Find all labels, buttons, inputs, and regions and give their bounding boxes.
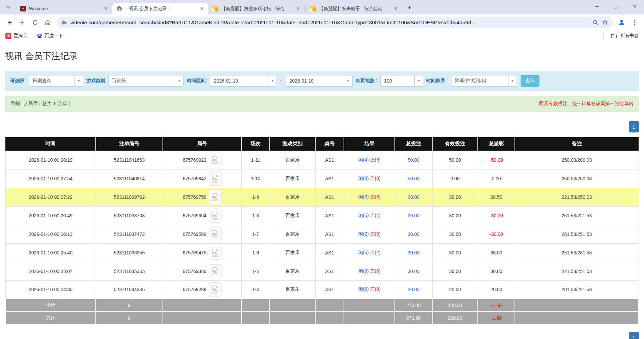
cell-total-bet[interactable]: 30.00 [395,188,432,206]
cell-total-bet[interactable]: 50.00 [395,151,432,169]
video-replay-button[interactable] [209,172,222,186]
bookmark-taobao[interactable]: 淘 爱淘宝 [5,33,27,39]
zoom-icon[interactable] [592,20,598,26]
video-replay-button[interactable] [209,264,222,278]
round-number: 675769842 [183,176,206,181]
page-title: 视讯 会员下注纪录 [5,51,639,61]
address-bar[interactable]: videoie.com/game/betrecord_search/kind3?… [57,17,613,28]
table-row: 2026-01-10 00:27:22523111039762675769758… [5,188,639,206]
cell-note: 281.53/251.53 [515,225,639,243]
cell-total-bet[interactable]: 20.00 [395,280,432,299]
result-banker: 庄(9) [370,157,381,162]
cell-total-bet[interactable]: 30.00 [395,225,432,243]
result-player: 闲(3) [358,194,369,199]
cell-payout: -50.00 [478,151,515,169]
cell-round-id: 675769758 [163,188,241,206]
table-row: 2026-01-10 00:26:49523111038708675769664… [5,206,639,225]
tab-title: Welcome [29,6,100,11]
bookmark-star-icon[interactable] [602,19,608,26]
video-replay-button[interactable] [209,153,222,167]
cell-table-no: AS1 [315,280,344,299]
empty-cell [163,312,241,325]
date-end-select[interactable]: 2026-01-10 ▼ [286,75,353,87]
reload-button[interactable] [29,17,41,29]
round-number: 675769568 [183,232,206,237]
video-replay-button[interactable] [209,246,222,260]
video-replay-button[interactable] [209,227,222,241]
cell-payout: 30.00 [478,262,515,280]
video-replay-button[interactable] [209,209,222,223]
game-category-value: 百家乐 [109,75,175,86]
new-tab-button[interactable]: + [404,2,414,12]
cell-total-bet[interactable]: 30.00 [395,206,432,225]
cell-result: 闲(2)庄(5) [344,225,395,243]
result-player: 闲(5) [358,250,369,255]
cell-bet-id: 523111039762 [96,188,163,206]
query-type-select[interactable]: 日期查询 ▼ [29,75,83,87]
filter-panel: 请选择: 日期查询 ▼ 游戏类别 百家乐 ▼ 时间区间: 2026-01-10 … [5,71,639,91]
video-replay-button[interactable] [209,282,222,297]
cell-session: 1-9 [241,188,270,206]
tab-bet-records[interactable]: :::视讯 会员下注纪录::: ✕ [112,3,208,14]
page-size-select[interactable]: 100 ▼ [380,75,423,87]
page-1-button[interactable]: 1 [629,121,639,132]
game-category-select[interactable]: 百家乐 ▼ [108,75,184,87]
tab-search-button[interactable] [3,2,13,12]
round-number: 675769386 [183,269,206,274]
cell-total-bet[interactable]: 30.00 [395,243,432,262]
tab-close-icon[interactable]: ✕ [199,6,205,12]
cell-game-type: 百家乐 [270,169,315,188]
bookmark-baidu[interactable]: 百度一下 [37,33,63,39]
search-button[interactable]: 查询 [521,75,539,87]
video-replay-button[interactable] [209,190,222,204]
tab-welcome[interactable]: ✦ Welcome ✕ [16,3,112,14]
date-start-value: 2026-01-10 [210,75,268,86]
empty-cell [315,299,344,312]
tab-forum-post[interactable]: 【新提醒】发表帖子 - 综合交流 ✕ [306,3,402,14]
cell-round-id: 675769842 [163,169,241,188]
summary-valid-bet: 220.00 [432,299,478,312]
result-player: 闲(8) [358,176,369,181]
all-bookmarks-label: 所有书签 [620,33,639,39]
column-header: 有效投注 [432,137,478,151]
cell-bet-id: 523111035365 [96,262,163,280]
column-header: 时间 [5,137,96,151]
result-player: 闲(6) [358,286,369,292]
cell-payout: -30.00 [478,206,515,225]
sort-order-label: 时间排序 : [426,78,448,84]
tab-close-icon[interactable]: ✕ [295,6,301,12]
date-start-select[interactable]: 2026-01-10 ▼ [210,75,277,87]
home-button[interactable] [42,17,54,29]
empty-cell [344,312,395,325]
profile-avatar[interactable] [616,17,628,29]
cell-note: 250.03/250.03 [515,169,639,188]
cell-table-no: AS1 [315,262,344,280]
minimize-button[interactable]: ─ [587,0,606,12]
cell-total-bet[interactable]: 50.00 [395,169,432,188]
url-text: videoie.com/game/betrecord_search/kind3?… [70,20,589,26]
round-number: 675769923 [183,157,206,163]
tab-close-icon[interactable]: ✕ [393,6,399,12]
sort-order-select[interactable]: 降幂(由大到小) ▼ [451,75,517,87]
cell-note: 201.53/221.53 [515,280,639,299]
table-row: 2026-01-10 00:25:40523111036355675769475… [5,243,639,262]
menu-button[interactable] [628,17,641,29]
cell-total-bet[interactable]: 30.00 [395,262,432,280]
summary-total-bet: 270.00 [395,299,432,312]
all-bookmarks[interactable]: 所有书签 [603,33,639,39]
cell-session: 1-11 [241,151,270,169]
page-1-button[interactable]: 1 [629,332,639,339]
cell-round-id: 675769386 [163,262,241,280]
maximize-button[interactable]: ▢ [606,0,625,12]
cell-table-no: AS1 [315,188,344,206]
summary-count: 8 [96,299,163,312]
tab-forum-haiyan[interactable]: 【新提醒】海燕策略论坛 - 综合 ✕ [208,3,304,14]
video-icon [212,175,219,183]
bookmark-label: 爱淘宝 [13,33,27,39]
cell-bet-id: 523111040814 [96,169,163,188]
baidu-paw-icon [37,33,42,39]
tab-close-icon[interactable]: ✕ [103,6,109,12]
close-button[interactable]: ✕ [625,0,644,12]
forward-button[interactable] [16,17,28,29]
back-button[interactable] [3,17,16,29]
